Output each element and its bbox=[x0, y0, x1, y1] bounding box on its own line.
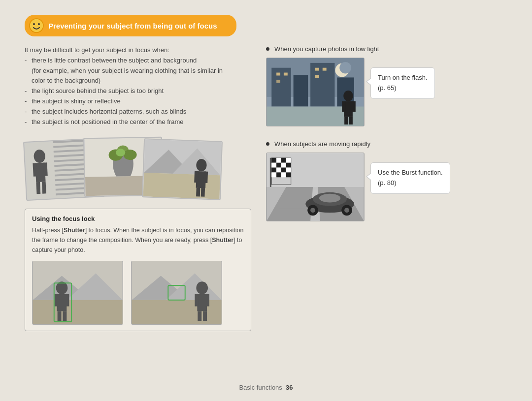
svg-point-64 bbox=[339, 62, 351, 74]
callout-text-1a: Turn on the flash. bbox=[378, 74, 428, 81]
callout-text-1b: (p. 65) bbox=[378, 84, 397, 92]
content-columns: It may be difficult to get your subject … bbox=[25, 45, 507, 331]
bullet-header-1: When you capture photos in low light bbox=[266, 45, 507, 53]
svg-rect-66 bbox=[294, 75, 308, 107]
focus-photo-1 bbox=[32, 261, 123, 325]
photo-card-3 bbox=[142, 139, 223, 201]
callout-bubble-2: Use the Burst function. (p. 80) bbox=[370, 162, 450, 194]
svg-rect-94 bbox=[286, 163, 291, 168]
bullet-text-1: When you capture photos in low light bbox=[274, 45, 379, 53]
svg-rect-38 bbox=[201, 188, 205, 197]
svg-rect-99 bbox=[271, 172, 276, 177]
photo-illustration-3 bbox=[143, 140, 222, 199]
svg-rect-102 bbox=[286, 172, 291, 177]
page-container: Preventing your subject from being out o… bbox=[0, 0, 532, 401]
svg-rect-57 bbox=[205, 294, 209, 307]
svg-rect-36 bbox=[204, 172, 208, 183]
svg-rect-81 bbox=[349, 117, 353, 124]
svg-rect-32 bbox=[143, 173, 220, 199]
svg-rect-69 bbox=[276, 73, 280, 76]
bullet-header-2: When subjects are moving rapidly bbox=[266, 140, 507, 148]
svg-rect-21 bbox=[42, 182, 46, 194]
svg-rect-46 bbox=[65, 294, 69, 307]
svg-rect-91 bbox=[271, 163, 276, 168]
focus-photo-2 bbox=[131, 261, 222, 325]
svg-rect-48 bbox=[63, 311, 66, 321]
svg-rect-87 bbox=[271, 158, 276, 163]
focus-illustration-2 bbox=[132, 261, 222, 324]
svg-point-76 bbox=[343, 91, 353, 101]
focus-lock-box: Using the focus lock Half-press [Shutter… bbox=[25, 209, 251, 331]
svg-rect-19 bbox=[43, 163, 48, 176]
svg-rect-70 bbox=[284, 73, 288, 76]
svg-rect-73 bbox=[323, 68, 327, 71]
scene-container-1: Turn on the flash. (p. 65) bbox=[266, 58, 507, 126]
page-number: 36 bbox=[286, 384, 293, 391]
svg-rect-79 bbox=[352, 101, 356, 112]
svg-point-1 bbox=[33, 23, 35, 25]
photos-strip bbox=[25, 135, 251, 199]
svg-rect-89 bbox=[281, 158, 286, 163]
focus-images bbox=[32, 261, 244, 325]
right-section-1: When you capture photos in low light bbox=[266, 45, 507, 126]
svg-rect-65 bbox=[271, 68, 291, 107]
focus-illustration-1 bbox=[33, 261, 123, 324]
bullet-dot-1 bbox=[266, 47, 269, 51]
intro-text: It may be difficult to get your subject … bbox=[25, 45, 251, 127]
svg-point-110 bbox=[344, 208, 349, 213]
svg-rect-78 bbox=[342, 101, 345, 112]
list-item: the light source behind the subject is t… bbox=[25, 86, 251, 96]
bullet-text-2: When subjects are moving rapidly bbox=[274, 140, 370, 148]
bullet-list: there is little contrast between the sub… bbox=[25, 56, 251, 127]
svg-rect-95 bbox=[271, 168, 276, 173]
list-item: the subject is shiny or reflective bbox=[25, 96, 251, 107]
footer-text: Basic functions bbox=[239, 384, 282, 391]
list-item: the subject includes horizontal patterns… bbox=[25, 107, 251, 117]
svg-rect-100 bbox=[276, 172, 281, 177]
intro-sentence: It may be difficult to get your subject … bbox=[25, 46, 169, 54]
svg-rect-58 bbox=[198, 311, 201, 321]
callout-bubble-1: Turn on the flash. (p. 65) bbox=[370, 67, 435, 99]
svg-point-54 bbox=[196, 282, 208, 295]
svg-rect-59 bbox=[203, 311, 207, 321]
race-scene bbox=[266, 153, 364, 221]
svg-rect-88 bbox=[276, 158, 281, 163]
right-section-2: When subjects are moving rapidly bbox=[266, 140, 507, 221]
svg-rect-72 bbox=[315, 68, 319, 71]
list-item: there is little contrast between the sub… bbox=[25, 56, 251, 86]
svg-rect-42 bbox=[33, 300, 122, 324]
svg-rect-55 bbox=[197, 294, 207, 311]
list-item: the subject is not positioned in the cen… bbox=[25, 117, 251, 127]
focus-lock-text: Half-press [Shutter] to focus. When the … bbox=[32, 225, 244, 255]
svg-rect-45 bbox=[55, 294, 59, 307]
svg-point-0 bbox=[30, 19, 43, 32]
svg-rect-98 bbox=[286, 168, 291, 173]
svg-rect-47 bbox=[58, 311, 62, 321]
svg-rect-20 bbox=[36, 182, 40, 194]
header-title: Preventing your subject from being out o… bbox=[48, 22, 217, 30]
svg-point-109 bbox=[310, 208, 315, 213]
svg-rect-97 bbox=[281, 168, 286, 173]
focus-lock-title: Using the focus lock bbox=[32, 215, 244, 222]
svg-rect-90 bbox=[286, 158, 291, 163]
scene-photo-2 bbox=[266, 153, 365, 221]
left-column: It may be difficult to get your subject … bbox=[25, 45, 251, 331]
svg-rect-74 bbox=[315, 75, 319, 78]
scene-container-2: Use the Burst function. (p. 80) bbox=[266, 153, 507, 221]
svg-rect-71 bbox=[276, 80, 280, 83]
header-banner: Preventing your subject from being out o… bbox=[25, 15, 236, 36]
page-footer: Basic functions 36 bbox=[0, 384, 532, 391]
callout-text-2a: Use the Burst function. bbox=[378, 169, 443, 176]
scene-photo-1 bbox=[266, 58, 365, 126]
svg-rect-35 bbox=[194, 171, 199, 183]
right-column: When you capture photos in low light bbox=[266, 45, 507, 331]
svg-rect-101 bbox=[281, 172, 286, 177]
smiley-icon bbox=[29, 18, 44, 33]
svg-rect-92 bbox=[276, 163, 281, 168]
bullet-dot-2 bbox=[266, 142, 269, 146]
callout-text-2b: (p. 80) bbox=[378, 179, 397, 186]
svg-rect-18 bbox=[33, 163, 37, 177]
svg-rect-93 bbox=[281, 163, 286, 168]
svg-rect-80 bbox=[344, 117, 348, 124]
svg-rect-56 bbox=[195, 294, 199, 307]
